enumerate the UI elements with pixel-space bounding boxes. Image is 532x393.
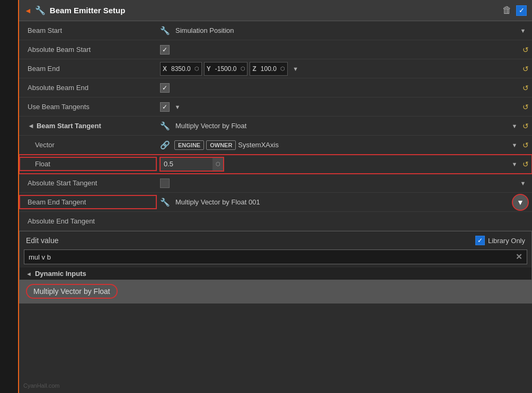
label-float: Float	[19, 157, 157, 171]
x-arrow[interactable]: ⬡	[193, 66, 201, 72]
library-only-label: Library Only	[488, 237, 525, 245]
collapse-arrow-icon[interactable]: ◄	[24, 6, 32, 15]
left-sidebar	[0, 0, 19, 393]
label-absolute-beam-end: Absolute Beam End	[19, 81, 157, 95]
use-beam-tangents-reset[interactable]: ↺	[522, 103, 529, 111]
value-float: 0.5 ⬡	[157, 155, 509, 173]
dynamic-inputs-label: Dynamic Inputs	[35, 270, 86, 278]
search-row: ✕	[24, 249, 527, 264]
trash-icon[interactable]: 🗑	[502, 5, 512, 16]
value-absolute-beam-end: ✓	[157, 81, 521, 95]
row-beam-start-tangent: ◄Beam Start Tangent 🔧 Multiply Vector by…	[19, 117, 532, 136]
vector-dropdown[interactable]: ▼	[509, 139, 520, 151]
bst-wrench-icon: 🔧	[160, 121, 170, 131]
float-value: 0.5	[161, 160, 212, 168]
x-label: X	[161, 65, 169, 73]
dynamic-inputs-collapse-icon[interactable]: ◄	[26, 271, 32, 277]
float-input[interactable]: 0.5 ⬡	[160, 157, 224, 171]
bst-reset[interactable]: ↺	[522, 122, 529, 130]
bet-wrench-icon: 🔧	[160, 198, 170, 207]
label-beam-start-tangent: ◄Beam Start Tangent	[19, 119, 157, 133]
row-float: Float 0.5 ⬡ ▼ ↺	[19, 155, 532, 174]
z-label: Z	[250, 65, 258, 73]
value-beam-start-tangent: 🔧 Multiply Vector by Float	[157, 119, 509, 133]
beam-end-tangent-dropdown[interactable]: ▼	[512, 194, 529, 211]
vector-reset[interactable]: ↺	[522, 141, 529, 149]
label-absolute-beam-start: Absolute Beam Start	[19, 42, 157, 57]
absolute-beam-end-checkbox[interactable]: ✓	[160, 83, 170, 93]
row-beam-end: Beam End X 8350.0 ⬡ Y -1500.0 ⬡	[19, 59, 532, 78]
panel-title: Beam Emitter Setup	[50, 6, 502, 15]
bet-row-end: ▼	[512, 194, 532, 211]
panel-header: ◄ 🔧 Beam Emitter Setup 🗑 ✓	[19, 0, 532, 21]
edit-value-popup: Edit value ✓ Library Only ✕ ◄ Dynamic In…	[19, 231, 532, 303]
float-arrow[interactable]: ⬡	[212, 158, 223, 171]
bst-dropdown[interactable]: ▼	[509, 120, 520, 132]
row-beam-end-tangent: Beam End Tangent 🔧 Multiply Vector by Fl…	[19, 193, 532, 212]
result-multiply-vector[interactable]: Multiply Vector by Float	[20, 280, 531, 303]
x-input[interactable]: X 8350.0 ⬡	[160, 62, 202, 76]
beam-end-row-end: ↺	[521, 65, 532, 73]
row-absolute-start-tangent: Absolute Start Tangent ▼	[19, 174, 532, 193]
label-beam-end-tangent: Beam End Tangent	[19, 195, 157, 209]
label-absolute-end-tangent: Absolute End Tangent	[19, 214, 157, 228]
value-beam-end: X 8350.0 ⬡ Y -1500.0 ⬡ Z 100.0 ⬡	[157, 60, 521, 78]
engine-tag[interactable]: ENGINE	[174, 140, 204, 150]
value-vector: 🔗 ENGINE OWNER SystemXAxis	[157, 138, 509, 152]
property-rows: Beam Start 🔧 Simulation Position ▼ Absol…	[19, 21, 532, 393]
section-collapse-icon[interactable]: ◄	[28, 122, 34, 130]
beam-start-end: ▼	[517, 25, 532, 37]
beam-end-dd[interactable]: ▼	[290, 63, 302, 75]
search-clear-button[interactable]: ✕	[516, 252, 522, 262]
bet-value: Multiply Vector by Float 001	[175, 198, 260, 206]
float-dropdown[interactable]: ▼	[509, 158, 520, 170]
row-beam-start: Beam Start 🔧 Simulation Position ▼	[19, 21, 532, 40]
chain-icon: 🔗	[160, 140, 170, 150]
row-absolute-end-tangent: Absolute End Tangent	[19, 212, 532, 231]
absolute-start-tangent-checkbox[interactable]	[160, 178, 170, 188]
main-container: ◄ 🔧 Beam Emitter Setup 🗑 ✓ Beam Start 🔧 …	[0, 0, 532, 393]
y-arrow[interactable]: ⬡	[238, 66, 247, 72]
row-absolute-beam-start: Absolute Beam Start ✓ ↺	[19, 40, 532, 59]
popup-title: Edit value	[26, 236, 58, 245]
header-actions: 🗑 ✓	[502, 5, 527, 16]
abs-beam-end-reset[interactable]: ↺	[522, 84, 529, 92]
ast-dropdown[interactable]: ▼	[517, 177, 529, 189]
watermark: CyanHall.com	[23, 382, 59, 389]
panel-enable-checkbox[interactable]: ✓	[516, 5, 527, 16]
y-input[interactable]: Y -1500.0 ⬡	[204, 62, 248, 76]
wrench-icon: 🔧	[160, 26, 170, 35]
beam-end-reset[interactable]: ↺	[522, 65, 529, 73]
abs-beam-start-end: ↺	[521, 46, 532, 54]
value-beam-start: 🔧 Simulation Position	[157, 24, 517, 38]
y-value: -1500.0	[213, 65, 239, 73]
z-value: 100.0	[259, 65, 279, 73]
absolute-beam-start-checkbox[interactable]: ✓	[160, 45, 170, 55]
label-beam-end: Beam End	[19, 61, 157, 76]
beam-start-dropdown[interactable]: ▼	[517, 25, 529, 37]
z-arrow[interactable]: ⬡	[279, 66, 287, 72]
vector-row-end: ▼ ↺	[509, 139, 532, 151]
label-vector: Vector	[19, 138, 157, 152]
label-use-beam-tangents: Use Beam Tangents	[19, 100, 157, 114]
use-beam-tangents-checkbox[interactable]: ✓	[160, 102, 170, 112]
row-vector: Vector 🔗 ENGINE OWNER SystemXAxis ▼ ↺	[19, 136, 532, 155]
beam-start-value: Simulation Position	[175, 26, 234, 34]
row-absolute-beam-end: Absolute Beam End ✓ ↺	[19, 78, 532, 97]
value-use-beam-tangents: ✓ ▼	[157, 99, 521, 115]
row-use-beam-tangents: Use Beam Tangents ✓ ▼ ↺	[19, 97, 532, 117]
use-beam-tangents-end: ↺	[521, 103, 532, 111]
popup-header: Edit value ✓ Library Only	[20, 231, 531, 249]
z-input[interactable]: Z 100.0 ⬡	[250, 62, 287, 76]
library-only-checkbox[interactable]: ✓	[475, 236, 485, 245]
search-input[interactable]	[29, 253, 516, 261]
bst-value: Multiply Vector by Float	[175, 122, 246, 130]
dynamic-inputs-header: ◄ Dynamic Inputs	[20, 267, 531, 280]
owner-tag[interactable]: OWNER	[206, 140, 236, 150]
value-absolute-beam-start: ✓	[157, 43, 521, 57]
panel-icon: 🔧	[35, 5, 46, 15]
use-beam-tangents-dd[interactable]: ▼	[172, 101, 183, 113]
float-reset[interactable]: ↺	[522, 160, 529, 168]
abs-beam-start-reset[interactable]: ↺	[522, 46, 529, 54]
label-absolute-start-tangent: Absolute Start Tangent	[19, 176, 157, 190]
